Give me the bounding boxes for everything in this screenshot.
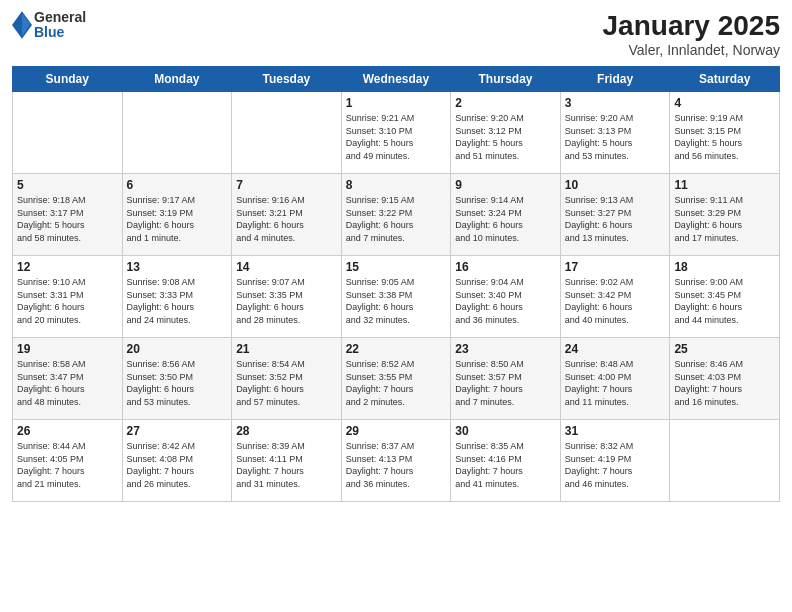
page-title: January 2025 bbox=[603, 10, 780, 42]
day-info: Sunrise: 9:17 AM Sunset: 3:19 PM Dayligh… bbox=[127, 194, 228, 244]
logo: General Blue bbox=[12, 10, 86, 41]
calendar-cell: 4Sunrise: 9:19 AM Sunset: 3:15 PM Daylig… bbox=[670, 92, 780, 174]
day-info: Sunrise: 9:16 AM Sunset: 3:21 PM Dayligh… bbox=[236, 194, 337, 244]
page: General Blue January 2025 Valer, Innland… bbox=[0, 0, 792, 612]
day-number: 9 bbox=[455, 178, 556, 192]
day-info: Sunrise: 9:20 AM Sunset: 3:12 PM Dayligh… bbox=[455, 112, 556, 162]
calendar-cell: 2Sunrise: 9:20 AM Sunset: 3:12 PM Daylig… bbox=[451, 92, 561, 174]
calendar-header-friday: Friday bbox=[560, 67, 670, 92]
calendar-cell: 3Sunrise: 9:20 AM Sunset: 3:13 PM Daylig… bbox=[560, 92, 670, 174]
calendar-week-row: 19Sunrise: 8:58 AM Sunset: 3:47 PM Dayli… bbox=[13, 338, 780, 420]
day-number: 20 bbox=[127, 342, 228, 356]
day-number: 11 bbox=[674, 178, 775, 192]
calendar-cell: 24Sunrise: 8:48 AM Sunset: 4:00 PM Dayli… bbox=[560, 338, 670, 420]
calendar-cell: 6Sunrise: 9:17 AM Sunset: 3:19 PM Daylig… bbox=[122, 174, 232, 256]
calendar-week-row: 1Sunrise: 9:21 AM Sunset: 3:10 PM Daylig… bbox=[13, 92, 780, 174]
calendar-cell: 10Sunrise: 9:13 AM Sunset: 3:27 PM Dayli… bbox=[560, 174, 670, 256]
day-number: 4 bbox=[674, 96, 775, 110]
day-info: Sunrise: 9:15 AM Sunset: 3:22 PM Dayligh… bbox=[346, 194, 447, 244]
day-number: 23 bbox=[455, 342, 556, 356]
calendar-header-sunday: Sunday bbox=[13, 67, 123, 92]
day-info: Sunrise: 9:19 AM Sunset: 3:15 PM Dayligh… bbox=[674, 112, 775, 162]
calendar-cell bbox=[13, 92, 123, 174]
calendar-cell: 19Sunrise: 8:58 AM Sunset: 3:47 PM Dayli… bbox=[13, 338, 123, 420]
day-info: Sunrise: 8:35 AM Sunset: 4:16 PM Dayligh… bbox=[455, 440, 556, 490]
calendar-week-row: 26Sunrise: 8:44 AM Sunset: 4:05 PM Dayli… bbox=[13, 420, 780, 502]
calendar-header-thursday: Thursday bbox=[451, 67, 561, 92]
logo-blue-text: Blue bbox=[34, 25, 86, 40]
calendar-cell bbox=[122, 92, 232, 174]
calendar-cell: 12Sunrise: 9:10 AM Sunset: 3:31 PM Dayli… bbox=[13, 256, 123, 338]
calendar-header-saturday: Saturday bbox=[670, 67, 780, 92]
calendar-cell: 28Sunrise: 8:39 AM Sunset: 4:11 PM Dayli… bbox=[232, 420, 342, 502]
day-number: 21 bbox=[236, 342, 337, 356]
day-info: Sunrise: 8:50 AM Sunset: 3:57 PM Dayligh… bbox=[455, 358, 556, 408]
day-info: Sunrise: 9:00 AM Sunset: 3:45 PM Dayligh… bbox=[674, 276, 775, 326]
day-number: 22 bbox=[346, 342, 447, 356]
day-info: Sunrise: 9:21 AM Sunset: 3:10 PM Dayligh… bbox=[346, 112, 447, 162]
calendar-cell: 8Sunrise: 9:15 AM Sunset: 3:22 PM Daylig… bbox=[341, 174, 451, 256]
day-number: 27 bbox=[127, 424, 228, 438]
day-info: Sunrise: 9:04 AM Sunset: 3:40 PM Dayligh… bbox=[455, 276, 556, 326]
day-number: 19 bbox=[17, 342, 118, 356]
page-subtitle: Valer, Innlandet, Norway bbox=[603, 42, 780, 58]
day-info: Sunrise: 8:52 AM Sunset: 3:55 PM Dayligh… bbox=[346, 358, 447, 408]
day-number: 16 bbox=[455, 260, 556, 274]
title-block: January 2025 Valer, Innlandet, Norway bbox=[603, 10, 780, 58]
day-number: 2 bbox=[455, 96, 556, 110]
calendar-cell: 14Sunrise: 9:07 AM Sunset: 3:35 PM Dayli… bbox=[232, 256, 342, 338]
day-info: Sunrise: 9:05 AM Sunset: 3:38 PM Dayligh… bbox=[346, 276, 447, 326]
day-info: Sunrise: 8:44 AM Sunset: 4:05 PM Dayligh… bbox=[17, 440, 118, 490]
logo-icon bbox=[12, 11, 32, 39]
day-number: 18 bbox=[674, 260, 775, 274]
calendar-cell: 25Sunrise: 8:46 AM Sunset: 4:03 PM Dayli… bbox=[670, 338, 780, 420]
logo-text: General Blue bbox=[34, 10, 86, 41]
calendar-header-monday: Monday bbox=[122, 67, 232, 92]
calendar-cell: 30Sunrise: 8:35 AM Sunset: 4:16 PM Dayli… bbox=[451, 420, 561, 502]
day-number: 30 bbox=[455, 424, 556, 438]
calendar-cell: 27Sunrise: 8:42 AM Sunset: 4:08 PM Dayli… bbox=[122, 420, 232, 502]
day-info: Sunrise: 9:08 AM Sunset: 3:33 PM Dayligh… bbox=[127, 276, 228, 326]
calendar-cell: 13Sunrise: 9:08 AM Sunset: 3:33 PM Dayli… bbox=[122, 256, 232, 338]
calendar-cell: 20Sunrise: 8:56 AM Sunset: 3:50 PM Dayli… bbox=[122, 338, 232, 420]
day-number: 5 bbox=[17, 178, 118, 192]
day-number: 15 bbox=[346, 260, 447, 274]
day-number: 6 bbox=[127, 178, 228, 192]
calendar-week-row: 12Sunrise: 9:10 AM Sunset: 3:31 PM Dayli… bbox=[13, 256, 780, 338]
day-number: 8 bbox=[346, 178, 447, 192]
day-number: 7 bbox=[236, 178, 337, 192]
day-info: Sunrise: 9:18 AM Sunset: 3:17 PM Dayligh… bbox=[17, 194, 118, 244]
day-number: 28 bbox=[236, 424, 337, 438]
day-number: 25 bbox=[674, 342, 775, 356]
calendar-header-tuesday: Tuesday bbox=[232, 67, 342, 92]
day-number: 26 bbox=[17, 424, 118, 438]
calendar-cell: 26Sunrise: 8:44 AM Sunset: 4:05 PM Dayli… bbox=[13, 420, 123, 502]
calendar-cell: 23Sunrise: 8:50 AM Sunset: 3:57 PM Dayli… bbox=[451, 338, 561, 420]
day-number: 14 bbox=[236, 260, 337, 274]
calendar-cell: 29Sunrise: 8:37 AM Sunset: 4:13 PM Dayli… bbox=[341, 420, 451, 502]
calendar-header-wednesday: Wednesday bbox=[341, 67, 451, 92]
calendar-cell: 22Sunrise: 8:52 AM Sunset: 3:55 PM Dayli… bbox=[341, 338, 451, 420]
calendar-cell: 21Sunrise: 8:54 AM Sunset: 3:52 PM Dayli… bbox=[232, 338, 342, 420]
day-number: 24 bbox=[565, 342, 666, 356]
day-info: Sunrise: 8:39 AM Sunset: 4:11 PM Dayligh… bbox=[236, 440, 337, 490]
header: General Blue January 2025 Valer, Innland… bbox=[12, 10, 780, 58]
calendar-cell: 11Sunrise: 9:11 AM Sunset: 3:29 PM Dayli… bbox=[670, 174, 780, 256]
day-info: Sunrise: 8:56 AM Sunset: 3:50 PM Dayligh… bbox=[127, 358, 228, 408]
day-info: Sunrise: 8:42 AM Sunset: 4:08 PM Dayligh… bbox=[127, 440, 228, 490]
day-info: Sunrise: 9:13 AM Sunset: 3:27 PM Dayligh… bbox=[565, 194, 666, 244]
calendar-cell: 5Sunrise: 9:18 AM Sunset: 3:17 PM Daylig… bbox=[13, 174, 123, 256]
day-number: 31 bbox=[565, 424, 666, 438]
calendar-header-row: SundayMondayTuesdayWednesdayThursdayFrid… bbox=[13, 67, 780, 92]
day-number: 13 bbox=[127, 260, 228, 274]
day-number: 1 bbox=[346, 96, 447, 110]
svg-marker-1 bbox=[22, 14, 30, 38]
calendar-cell: 15Sunrise: 9:05 AM Sunset: 3:38 PM Dayli… bbox=[341, 256, 451, 338]
calendar-cell bbox=[670, 420, 780, 502]
day-info: Sunrise: 8:58 AM Sunset: 3:47 PM Dayligh… bbox=[17, 358, 118, 408]
calendar-cell: 9Sunrise: 9:14 AM Sunset: 3:24 PM Daylig… bbox=[451, 174, 561, 256]
day-info: Sunrise: 8:37 AM Sunset: 4:13 PM Dayligh… bbox=[346, 440, 447, 490]
calendar-cell: 1Sunrise: 9:21 AM Sunset: 3:10 PM Daylig… bbox=[341, 92, 451, 174]
calendar-week-row: 5Sunrise: 9:18 AM Sunset: 3:17 PM Daylig… bbox=[13, 174, 780, 256]
calendar-cell: 18Sunrise: 9:00 AM Sunset: 3:45 PM Dayli… bbox=[670, 256, 780, 338]
